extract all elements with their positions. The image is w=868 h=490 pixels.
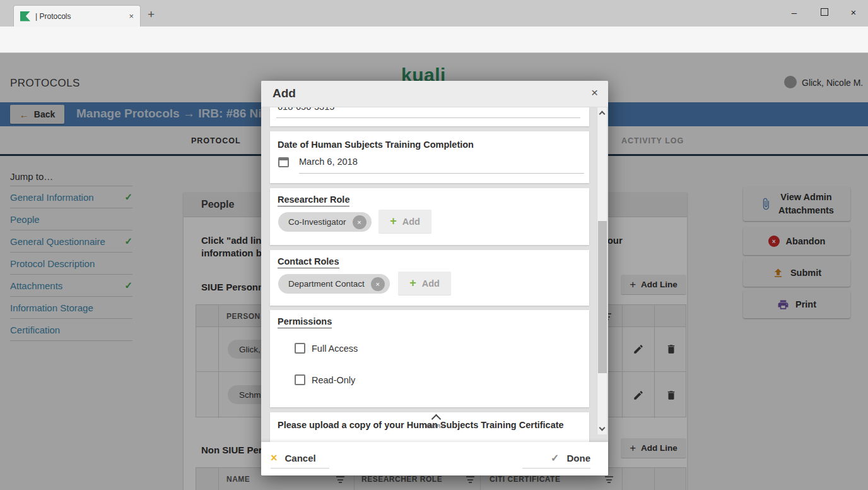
permissions-card: Permissions Full Access Read-Only [270,310,589,407]
browser-toolbar: ← https://siue-sbx.kuali.co/protocols/pr… [0,27,868,53]
add-researcher-role-button[interactable]: + Add [378,210,431,233]
modal-footer: × Cancel ✓ Done [261,442,608,475]
modal-close-icon[interactable]: × [591,86,598,100]
browser-titlebar: | Protocols × + – × [0,0,868,27]
chip-remove-icon[interactable]: × [353,215,367,229]
scrollbar-thumb[interactable] [598,221,607,373]
permissions-label: Permissions [278,316,332,328]
plus-icon: + [409,277,416,290]
full-access-checkbox[interactable] [295,343,305,354]
tab-close-icon[interactable]: × [129,11,134,21]
add-contact-role-button[interactable]: + Add [398,272,451,295]
contact-roles-label: Contact Roles [278,256,339,268]
chip-label: Co-Investigator [288,217,346,227]
training-date-card: Date of Human Subjects Training Completi… [270,131,589,183]
close-window-button[interactable]: × [845,4,862,20]
contact-role-chip[interactable]: Department Contact × [278,274,390,294]
tab-title: | Protocols [35,12,129,21]
maximize-icon [821,8,828,16]
add-person-modal: Add × 618-650-5315 Date of Human Subject… [261,81,608,475]
scroll-down-icon[interactable] [599,425,606,431]
more-indicator[interactable]: MORE [417,415,455,429]
kuali-favicon-icon [20,11,30,21]
chip-remove-icon[interactable]: × [371,277,385,291]
input-underline [299,173,584,174]
date-field-value[interactable]: March 6, 2018 [299,157,358,167]
cancel-x-icon: × [271,451,278,465]
researcher-role-label: Researcher Role [278,194,349,206]
cancel-label: Cancel [285,453,316,463]
modal-header: Add × [261,81,608,107]
modal-scrollbar[interactable] [597,107,607,434]
new-tab-button[interactable]: + [148,8,155,21]
minimize-button[interactable]: – [786,4,802,20]
maximize-button[interactable] [816,4,833,20]
full-access-label: Full Access [312,344,358,354]
researcher-role-chip[interactable]: Co-Investigator × [278,212,372,232]
done-check-icon: ✓ [551,452,559,464]
input-underline [276,117,580,118]
contact-roles-card: Contact Roles Department Contact × + Add [270,250,589,306]
phone-card: 618-650-5315 [270,107,589,126]
cancel-button[interactable]: × Cancel [271,448,329,469]
add-label: Add [402,217,420,227]
date-field-label: Date of Human Subjects Training Completi… [278,140,474,150]
calendar-icon[interactable] [278,157,289,167]
researcher-role-card: Researcher Role Co-Investigator × + Add [270,188,589,245]
chip-label: Department Contact [288,279,365,289]
done-label: Done [567,453,591,463]
add-label: Add [422,278,440,289]
done-button[interactable]: ✓ Done [522,448,590,469]
plus-icon: + [390,215,397,228]
modal-title: Add [273,87,296,100]
phone-value[interactable]: 618-650-5315 [278,107,334,112]
chevron-up-icon [431,414,441,424]
scroll-up-icon[interactable] [599,111,606,117]
application-window: | Protocols × + – × ← https://siue-sbx.k… [0,0,868,490]
read-only-label: Read-Only [312,375,355,385]
browser-tab[interactable]: | Protocols × [13,5,141,27]
read-only-checkbox[interactable] [295,374,305,385]
